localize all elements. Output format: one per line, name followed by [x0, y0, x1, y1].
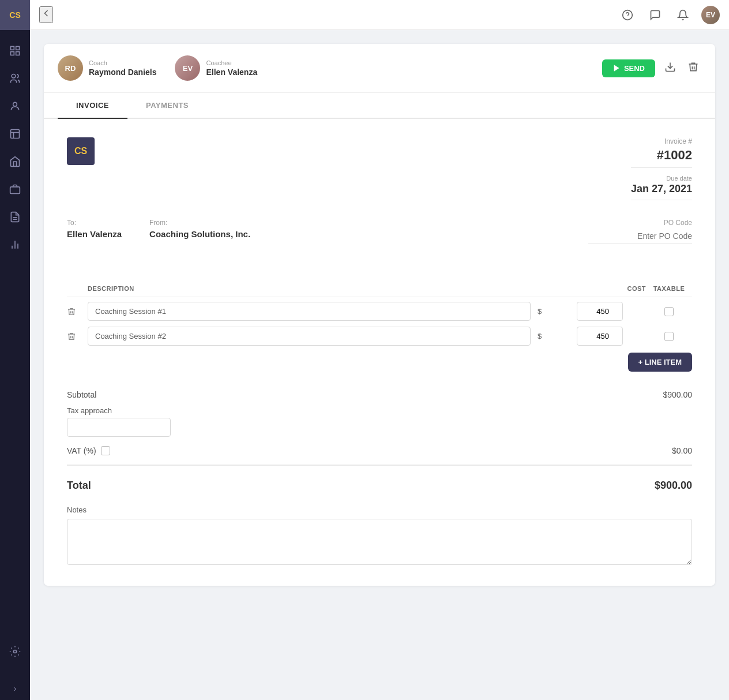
taxable-header: TAXABLE: [646, 285, 692, 292]
notes-textarea[interactable]: [67, 519, 692, 565]
invoice-body: CS Invoice # #1002 Due date Jan 27, 2021…: [44, 119, 715, 586]
invoice-from: From: Coaching Solutions, Inc.: [149, 219, 250, 244]
coachee-info: Coachee Ellen Valenza: [206, 59, 257, 77]
total-row: Total $900.00: [67, 475, 692, 492]
from-label: From:: [149, 219, 250, 227]
vat-checkbox[interactable]: [101, 446, 110, 455]
tax-approach-input[interactable]: [67, 418, 171, 437]
sidebar-item-dashboard[interactable]: [3, 39, 27, 62]
tab-invoice[interactable]: INVOICE: [58, 93, 127, 119]
svg-marker-18: [614, 65, 619, 72]
po-section: PO Code: [588, 219, 692, 244]
description-input-2[interactable]: [88, 327, 531, 346]
cost-cell-1: $: [531, 307, 577, 316]
svg-rect-6: [11, 130, 20, 138]
description-input-1[interactable]: [88, 302, 531, 321]
coach-info: Coach Raymond Daniels: [89, 59, 156, 77]
coach-avatar: RD: [58, 55, 83, 81]
dollar-sign-1: $: [538, 307, 542, 316]
topnav: EV: [30, 0, 729, 30]
svg-rect-2: [11, 52, 14, 55]
cost-cell-2: $: [531, 332, 577, 340]
chat-icon[interactable]: [646, 6, 664, 24]
delete-row-1-button[interactable]: [67, 307, 88, 316]
invoice-parties: To: Ellen Valenza From: Coaching Solutio…: [67, 219, 250, 244]
dollar-sign-2: $: [538, 332, 542, 340]
back-button[interactable]: [39, 6, 53, 23]
svg-point-15: [14, 650, 17, 653]
tax-approach-label: Tax approach: [67, 406, 112, 415]
topnav-icons: EV: [618, 6, 720, 24]
subtotal-row: Subtotal $900.00: [67, 390, 692, 399]
sidebar: CS: [0, 0, 30, 700]
desc-header: DESCRIPTION: [88, 285, 531, 292]
notes-section: Notes: [67, 506, 692, 567]
to-name: Ellen Valenza: [67, 229, 122, 239]
tab-payments[interactable]: PAYMENTS: [127, 93, 207, 119]
from-name: Coaching Solutions, Inc.: [149, 229, 250, 239]
add-line-item-button[interactable]: + LINE ITEM: [628, 353, 692, 372]
coachee-name: Ellen Valenza: [206, 68, 257, 77]
line-item-row: $: [67, 302, 692, 321]
tax-approach-row: Tax approach: [67, 405, 692, 437]
svg-point-5: [13, 102, 17, 106]
sidebar-item-users[interactable]: [3, 67, 27, 90]
bell-icon[interactable]: [674, 6, 692, 24]
svg-rect-1: [16, 47, 20, 50]
download-button[interactable]: [662, 59, 678, 78]
tabs: INVOICE PAYMENTS: [44, 93, 715, 119]
notes-label: Notes: [67, 506, 692, 514]
taxable-checkbox-2[interactable]: [664, 332, 674, 341]
add-line-item-section: + LINE ITEM: [67, 353, 692, 372]
send-button[interactable]: SEND: [602, 59, 655, 77]
line-item-row: $: [67, 327, 692, 346]
coach-block: RD Coach Raymond Daniels: [58, 55, 156, 81]
content-area: RD Coach Raymond Daniels EV Coachee Elle…: [30, 30, 729, 700]
svg-rect-3: [16, 52, 20, 55]
svg-point-4: [12, 74, 16, 78]
invoice-number-label: Invoice #: [631, 137, 692, 145]
due-date-label: Due date: [631, 175, 692, 182]
to-label: To:: [67, 219, 122, 227]
coachee-avatar: EV: [175, 55, 200, 81]
invoice-number: #1002: [631, 148, 692, 168]
help-icon[interactable]: [618, 6, 637, 24]
sidebar-item-notes[interactable]: [3, 205, 27, 229]
invoice-header: CS Invoice # #1002 Due date Jan 27, 2021: [67, 137, 692, 200]
sidebar-item-reports[interactable]: [3, 122, 27, 145]
sidebar-item-analytics[interactable]: [3, 233, 27, 256]
delete-button[interactable]: [685, 59, 701, 78]
total-label: Total: [67, 480, 91, 492]
total-value: $900.00: [655, 480, 692, 492]
sidebar-item-store[interactable]: [3, 150, 27, 173]
taxable-cell-2: [646, 332, 692, 341]
sidebar-item-briefcase[interactable]: [3, 178, 27, 201]
sidebar-item-settings[interactable]: [3, 640, 27, 663]
po-code-input[interactable]: [588, 229, 692, 244]
card-header: RD Coach Raymond Daniels EV Coachee Elle…: [44, 44, 715, 93]
subtotal-value: $900.00: [663, 390, 692, 399]
invoice-meta: Invoice # #1002 Due date Jan 27, 2021: [631, 137, 692, 200]
sidebar-logo[interactable]: CS: [0, 0, 30, 30]
coach-role-label: Coach: [89, 59, 156, 66]
header-actions: SEND: [602, 59, 701, 78]
sidebar-item-profile[interactable]: [3, 95, 27, 118]
sidebar-expand-button[interactable]: ›: [3, 677, 27, 700]
coach-name: Raymond Daniels: [89, 68, 156, 77]
due-date-value: Jan 27, 2021: [631, 183, 692, 200]
vat-value: $0.00: [672, 446, 692, 455]
taxable-cell-1: [646, 307, 692, 316]
invoice-card: RD Coach Raymond Daniels EV Coachee Elle…: [44, 44, 715, 586]
cost-input-1[interactable]: [577, 302, 623, 321]
coachee-block: EV Coachee Ellen Valenza: [175, 55, 257, 81]
user-avatar[interactable]: EV: [701, 6, 720, 24]
taxable-checkbox-1[interactable]: [664, 307, 674, 316]
po-code-label: PO Code: [588, 219, 692, 227]
line-items-header: DESCRIPTION COST TAXABLE: [67, 280, 692, 297]
cost-input-2[interactable]: [577, 327, 623, 346]
svg-rect-0: [11, 47, 14, 50]
delete-row-2-button[interactable]: [67, 332, 88, 341]
main-area: EV RD Coach Raymond Daniels E: [30, 0, 729, 700]
svg-rect-9: [10, 187, 20, 194]
vat-left: VAT (%): [67, 446, 110, 455]
